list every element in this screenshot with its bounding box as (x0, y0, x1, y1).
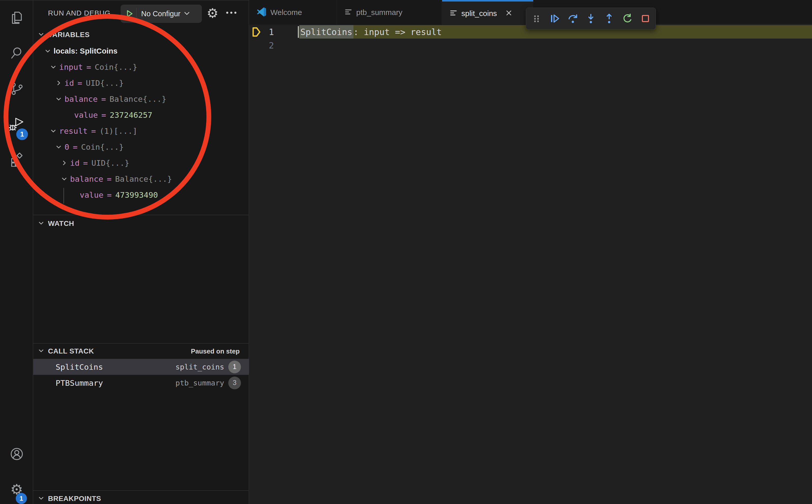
list-file-icon (344, 8, 352, 17)
stack-frame-ptbsummary[interactable]: PTBSummary ptb_summary 3 (33, 375, 249, 391)
chevron-down-icon (45, 48, 51, 54)
play-icon (125, 9, 134, 18)
restart-button[interactable] (619, 10, 635, 27)
frame-line-badge: 1 (228, 361, 241, 373)
divider (136, 8, 137, 20)
continue-icon (549, 13, 560, 24)
variable-row-id2[interactable]: id = UID{...} (33, 155, 249, 171)
chevron-right-icon (56, 80, 61, 86)
vscode-logo-icon (257, 7, 266, 18)
gripper-icon (531, 13, 542, 24)
sidebar-item-source-control[interactable] (0, 74, 33, 105)
variable-row-balance2[interactable]: balance = Balance{...} (33, 171, 249, 187)
chevron-down-icon (38, 31, 44, 38)
tab-split-coins[interactable]: split_coins (442, 0, 533, 25)
code-line-2[interactable]: 2 (249, 39, 812, 52)
accounts-button[interactable] (0, 439, 33, 470)
chevron-down-icon (61, 176, 67, 182)
sidebar-header: RUN AND DEBUG No Configur ⚙ (33, 1, 249, 26)
editor-gutter[interactable]: 2 (249, 39, 298, 52)
call-stack-section-header[interactable]: CALL STACK Paused on step (33, 344, 249, 359)
tab-ptb-summary[interactable]: ptb_summary (337, 0, 442, 25)
search-icon (9, 46, 24, 62)
activity-bar: 1 ⚙ 1 (0, 0, 33, 504)
step-over-icon (567, 13, 579, 24)
close-tab-icon[interactable] (506, 10, 512, 17)
selected-token: SplitCoins (299, 25, 353, 39)
step-into-icon (585, 13, 597, 24)
editor-area: Welcome ptb_summary split_coins (249, 0, 812, 504)
variable-row-0[interactable]: 0 = Coin{...} (33, 139, 249, 155)
toolbar-drag-handle[interactable] (529, 10, 544, 27)
step-out-button[interactable] (601, 10, 617, 27)
sidebar-item-explorer[interactable] (0, 3, 33, 33)
settings-button[interactable]: ⚙ 1 (0, 474, 33, 504)
debug-toolbar (526, 8, 656, 29)
variable-row-locals[interactable]: locals: SplitCoins (33, 43, 249, 59)
settings-badge: 1 (16, 493, 27, 504)
paused-status-badge: Paused on step (191, 347, 240, 355)
section-divider[interactable] (33, 343, 249, 344)
text-cursor (298, 26, 299, 38)
variable-row-balance[interactable]: balance = Balance{...} (33, 91, 249, 107)
debug-config-label: No Configur (141, 10, 180, 18)
configure-gear-icon[interactable]: ⚙ (205, 6, 220, 20)
restart-icon (621, 13, 633, 24)
sidebar-item-extensions[interactable] (0, 145, 33, 175)
stop-button[interactable] (638, 10, 653, 27)
chevron-down-icon (51, 128, 56, 134)
tree-indent-guide (63, 188, 64, 204)
continue-button[interactable] (547, 10, 563, 27)
variable-row-result[interactable]: result = (1)[...] (33, 123, 249, 139)
stop-icon (640, 13, 651, 24)
sidebar-item-search[interactable] (0, 39, 33, 69)
chevron-down-icon (56, 144, 61, 150)
list-file-icon (450, 9, 457, 18)
step-over-button[interactable] (565, 10, 581, 27)
current-line-arrow-icon (252, 27, 261, 39)
extensions-icon (9, 152, 24, 168)
section-divider[interactable] (33, 215, 249, 215)
debug-badge: 1 (16, 128, 28, 140)
chevron-down-icon (38, 220, 44, 227)
files-icon (9, 10, 24, 26)
breakpoints-section-header[interactable]: BREAKPOINTS (33, 491, 249, 504)
line-number: 2 (269, 39, 274, 52)
source-control-icon (9, 81, 24, 97)
variable-row-value2[interactable]: value = 473993490 (33, 187, 249, 203)
variable-row-id[interactable]: id = UID{...} (33, 75, 249, 91)
step-out-icon (603, 13, 615, 24)
stack-frame-splitcoins[interactable]: SplitCoins split_coins 1 (33, 359, 249, 375)
start-debugging-dropdown[interactable]: No Configur (121, 5, 202, 23)
sidebar-title: RUN AND DEBUG (48, 1, 110, 26)
frame-line-badge: 3 (228, 377, 241, 389)
account-icon (9, 446, 24, 463)
more-actions-icon[interactable] (226, 11, 237, 15)
watch-section-header[interactable]: WATCH (33, 216, 249, 231)
variable-row-input[interactable]: input = Coin{...} (33, 59, 249, 75)
chevron-down-icon (184, 11, 190, 17)
chevron-right-icon (61, 160, 67, 166)
variables-section-header[interactable]: VARIABLES (33, 27, 249, 42)
chevron-down-icon (38, 495, 44, 502)
tab-welcome[interactable]: Welcome (249, 0, 337, 25)
variable-row-value[interactable]: value = 237246257 (33, 107, 249, 123)
section-divider[interactable] (33, 490, 249, 491)
chevron-down-icon (51, 64, 56, 70)
editor-gutter[interactable]: 1 (249, 25, 298, 39)
chevron-down-icon (38, 348, 44, 355)
run-and-debug-sidebar: RUN AND DEBUG No Configur ⚙ VARIABLES lo… (33, 0, 249, 504)
chevron-down-icon (56, 96, 61, 102)
sidebar-item-run-and-debug[interactable]: 1 (0, 110, 33, 140)
line-number: 1 (269, 25, 274, 39)
step-into-button[interactable] (583, 10, 599, 27)
